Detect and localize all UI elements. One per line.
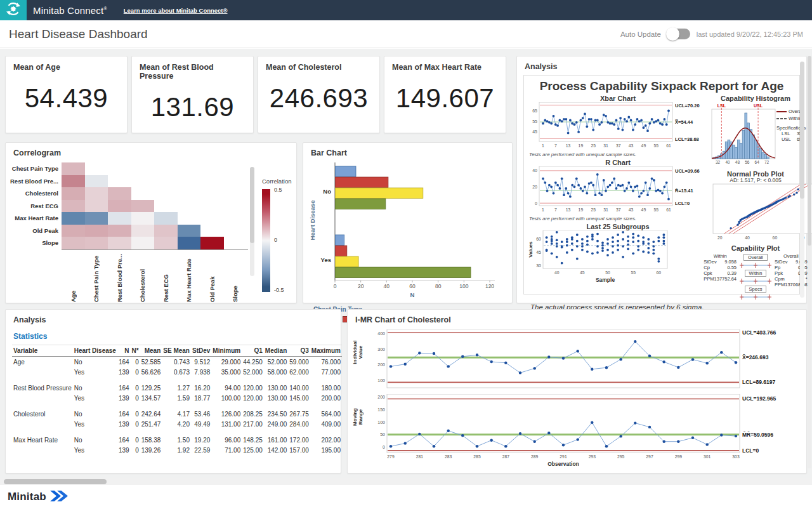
svg-text:40: 40 (745, 235, 750, 240)
svg-text:283: 283 (445, 454, 452, 459)
heart-disease-bar-chart[interactable]: Heart DiseaseNoYes020406080100120N (303, 160, 512, 305)
correlogram-scrollbar[interactable] (250, 167, 254, 276)
stats-panel: Analysis Statistics VariableHeart Diseas… (5, 309, 341, 473)
svg-text:72: 72 (764, 160, 769, 164)
svg-text:LSL: LSL (717, 103, 726, 108)
svg-text:65: 65 (532, 109, 537, 113)
svg-text:LCL=0: LCL=0 (742, 447, 759, 454)
capability-within-stats: WithinStDev9.058Cp0.55Cpk0.39PPM137752.6… (704, 253, 737, 301)
xbar-chart[interactable]: 45556517131925313743495561UCL=70.20X̿=54… (528, 102, 708, 152)
stats-header: SE Mean (162, 345, 191, 357)
heatmap-cell[interactable] (178, 225, 201, 237)
heatmap-cell[interactable] (200, 237, 224, 249)
svg-text:13: 13 (566, 143, 571, 148)
last25-subgroups-chart[interactable]: Values3045604045505560Sample (528, 230, 708, 288)
heatmap-cell[interactable] (62, 212, 85, 225)
heatmap-col-label: Rest ECG (154, 250, 178, 302)
kpi-label: Mean of Cholesterol (258, 56, 379, 72)
heatmap-cell[interactable] (62, 225, 85, 237)
svg-text:37: 37 (616, 143, 621, 148)
heatmap-cell[interactable] (108, 237, 131, 249)
svg-text:R̄=15.41: R̄=15.41 (675, 188, 693, 194)
heatmap-cell[interactable] (62, 200, 85, 213)
heatmap-cell[interactable] (154, 237, 178, 249)
table-row: Yes1390139.261.9222.5971.00125.00142.001… (12, 445, 342, 455)
svg-text:61: 61 (666, 208, 671, 212)
heatmap-cell[interactable] (62, 162, 85, 175)
heatmap-cell[interactable] (131, 237, 155, 249)
individual-value-chart[interactable]: IndividualValue100200300400UCL=403.766X̄… (351, 329, 806, 393)
auto-update-label: Auto Update (620, 30, 661, 38)
capability-histogram[interactable]: LSLUSL324048566472 (710, 102, 776, 168)
svg-text:100: 100 (377, 420, 385, 425)
panel-title: Correlogram (6, 143, 296, 160)
learn-more-link[interactable]: Learn more about Minitab Connect® (124, 7, 228, 14)
svg-text:UCL=403.766: UCL=403.766 (742, 329, 776, 336)
heatmap-cell[interactable] (85, 200, 108, 213)
correlation-legend: Correlation 0.5 0 -0.5 (262, 178, 295, 188)
svg-text:49: 49 (641, 208, 646, 212)
svg-text:301: 301 (704, 454, 711, 459)
statistics-link[interactable]: Statistics (13, 332, 341, 341)
svg-text:0: 0 (535, 201, 537, 206)
kpi-label: Mean of Max Heart Rate (384, 56, 506, 72)
dashboard-header: Heart Disease Dashboard Auto Update last… (0, 20, 812, 48)
heatmap-cell[interactable] (131, 212, 155, 225)
svg-text:100: 100 (377, 378, 385, 383)
auto-update-toggle[interactable] (667, 29, 690, 39)
svg-text:25: 25 (591, 143, 596, 148)
heatmap-cell[interactable] (154, 225, 178, 237)
svg-text:0: 0 (383, 445, 385, 449)
svg-text:300: 300 (377, 347, 385, 352)
heatmap-cell[interactable] (85, 187, 108, 200)
svg-text:60: 60 (773, 235, 778, 240)
normal-prob-plot[interactable]: 20406080 (710, 183, 801, 243)
heatmap-cell[interactable] (62, 187, 85, 200)
heatmap-cell[interactable] (178, 237, 201, 249)
heatmap-cell[interactable] (154, 212, 178, 225)
r-chart[interactable]: 0204017131925313743495561UCL=39.66R̄=15.… (528, 166, 708, 216)
heatmap-cell[interactable] (85, 175, 108, 188)
heatmap-cell[interactable] (62, 237, 85, 249)
svg-text:281: 281 (416, 454, 424, 459)
main-vertical-scrollbar[interactable] (808, 56, 811, 468)
svg-text:0: 0 (334, 283, 337, 289)
brand-title: Minitab Connect® (33, 5, 107, 16)
svg-text:19: 19 (579, 143, 584, 148)
svg-text:No: No (323, 188, 331, 195)
heatmap-cell[interactable] (108, 187, 131, 200)
heatmap-cell[interactable] (131, 225, 155, 237)
barchart-panel: Bar Chart Heart DiseaseNoYes020406080100… (303, 142, 513, 303)
heatmap-cell[interactable] (85, 237, 108, 249)
heatmap-cell[interactable] (85, 212, 108, 225)
svg-text:32: 32 (716, 160, 721, 164)
svg-text:1: 1 (542, 143, 544, 148)
table-row: Yes139056.6260.6737.93835.00052.00058.00… (12, 367, 342, 377)
horizontal-scrollbar[interactable] (0, 478, 812, 485)
heatmap-cell[interactable] (108, 200, 131, 213)
svg-text:Individual: Individual (352, 340, 358, 364)
svg-text:30: 30 (536, 263, 541, 268)
svg-text:289: 289 (531, 454, 539, 459)
svg-text:25: 25 (591, 208, 596, 212)
minitab-connect-logo[interactable] (0, 0, 27, 20)
svg-text:31: 31 (603, 208, 608, 212)
svg-text:31: 31 (603, 143, 608, 148)
heatmap-cell[interactable] (62, 175, 85, 188)
svg-text:295: 295 (617, 454, 625, 459)
footer-brand: Minitab (8, 491, 46, 503)
heatmap-cell[interactable] (131, 200, 155, 213)
svg-text:150: 150 (377, 407, 385, 412)
heatmap-cell[interactable] (85, 225, 108, 237)
svg-text:Value: Value (358, 345, 363, 359)
moving-range-chart[interactable]: MovingRange05010015020027928128328528728… (351, 394, 806, 472)
table-row: Rest Blood PressureNo1640129.251.2716.20… (12, 383, 342, 393)
sixpack-report-title: Process Capability Sixpack Report for Ag… (528, 79, 796, 93)
svg-text:43: 43 (629, 208, 634, 212)
svg-text:45: 45 (536, 250, 541, 255)
kpi-card-mean-mhr: Mean of Max Heart Rate 149.607 (384, 56, 506, 133)
heatmap-cell[interactable] (108, 225, 131, 237)
stats-header: N* (131, 345, 140, 357)
sixpack-scrollbar[interactable] (800, 62, 804, 298)
heatmap-cell[interactable] (108, 212, 131, 225)
